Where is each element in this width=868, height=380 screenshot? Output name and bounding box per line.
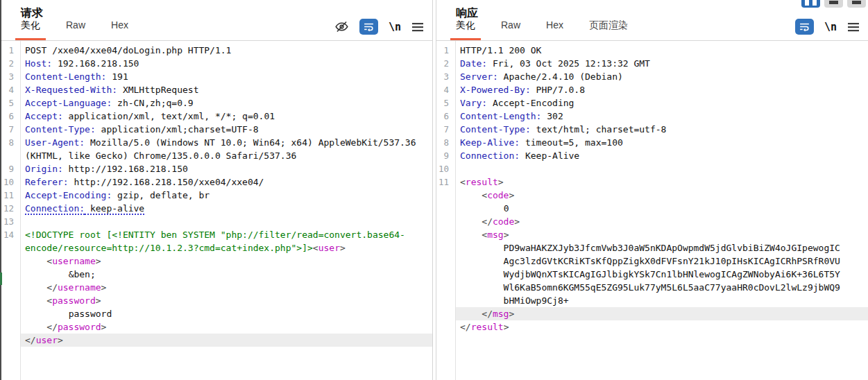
code-line: 0 (436, 202, 868, 215)
tab-render[interactable]: 页面渲染 (584, 19, 633, 40)
line-number: 3 (436, 70, 452, 83)
side-by-side-view-button[interactable] (801, 0, 820, 8)
code-line: 10 (436, 162, 868, 175)
line-number: 9 (1, 162, 17, 175)
line-content: <!DOCTYPE root [<!ENTITY ben SYSTEM "php… (21, 228, 432, 254)
code-line: <msg> (436, 228, 868, 241)
line-content: <password> (21, 294, 432, 307)
single-view-button[interactable] (847, 0, 866, 8)
line-content: Server: Apache/2.4.10 (Debian) (456, 70, 868, 83)
line-number: 9 (436, 149, 452, 162)
repeater-view: 请求 美化 Raw Hex (0, 0, 868, 380)
line-number: 5 (436, 96, 452, 110)
line-content: <msg> (456, 228, 868, 241)
hamburger-menu-icon (411, 21, 424, 33)
line-number: 12 (1, 202, 17, 215)
code-line: </password> (1, 320, 432, 334)
code-line: PD9waHAKZXJyb3JfcmVwb3J0aW5nKDApOwpmdW5j… (436, 241, 868, 307)
code-line: 7Content-Type: application/xml;charset=U… (1, 123, 432, 136)
tab-raw[interactable]: Raw (495, 19, 526, 40)
wrap-lines-icon (363, 21, 375, 33)
code-line: 8Keep-Alive: timeout=5, max=100 (436, 136, 868, 149)
request-header: 请求 美化 Raw Hex (1, 0, 432, 41)
request-menu-button[interactable] (411, 21, 424, 33)
code-line: 1HTTP/1.1 200 OK (436, 44, 868, 57)
line-content: </user> (21, 334, 432, 347)
line-content: <code> (456, 189, 868, 202)
response-toolbar: \n (795, 19, 860, 35)
line-content: </username> (21, 281, 432, 294)
line-content: </password> (21, 320, 432, 334)
response-menu-button[interactable] (847, 21, 860, 33)
line-content: Accept: application/xml, text/xml, */*; … (21, 110, 432, 123)
line-number: 6 (1, 110, 17, 123)
request-tabs: 美化 Raw Hex (15, 19, 148, 40)
line-content: Connection: keep-alive (21, 202, 432, 215)
code-line: 2Date: Fri, 03 Oct 2025 12:13:32 GMT (436, 57, 868, 70)
code-line: 13 (1, 215, 432, 228)
code-line: &ben; (1, 268, 432, 281)
left-edge-marker (0, 273, 2, 285)
gutter-divider (20, 41, 21, 380)
line-content: X-Powered-By: PHP/7.0.8 (456, 83, 868, 96)
line-number: 5 (1, 96, 17, 110)
code-line: 4X-Powered-By: PHP/7.0.8 (436, 83, 868, 96)
response-title: 响应 (456, 6, 478, 21)
code-line: <username> (1, 254, 432, 268)
soft-wrap-button[interactable] (795, 19, 814, 35)
line-content: Accept-Language: zh-CN,zh;q=0.9 (21, 96, 432, 110)
newline-icon: \n (824, 21, 837, 33)
line-content: </result> (456, 320, 868, 334)
newline-icon: \n (389, 21, 401, 33)
window-left-edge (0, 0, 1, 380)
eye-slash-icon (334, 19, 349, 34)
line-content: Content-Type: application/xml;charset=UT… (21, 123, 432, 136)
line-number: 7 (436, 123, 452, 136)
single-pane-icon (852, 1, 861, 4)
response-panel: 响应 美化 Raw Hex 页面渲染 \n (436, 0, 868, 380)
newline-display-button[interactable]: \n (389, 21, 401, 33)
code-line: <password> (1, 294, 432, 307)
line-content (21, 215, 432, 228)
tab-hex[interactable]: Hex (105, 19, 134, 40)
code-line: 2Host: 192.168.218.150 (1, 57, 432, 70)
line-content: Content-Length: 302 (456, 110, 868, 123)
line-number: 13 (1, 215, 17, 228)
stacked-view-button[interactable] (824, 0, 843, 8)
request-toolbar: \n (334, 19, 424, 35)
line-content: Host: 192.168.218.150 (21, 57, 432, 70)
line-number: 2 (436, 57, 452, 70)
tab-raw[interactable]: Raw (60, 19, 91, 40)
code-line: 3Content-Length: 191 (1, 70, 432, 83)
line-number: 6 (436, 110, 452, 123)
line-content: Referer: http://192.168.218.150/xxe04/xx… (21, 175, 432, 189)
code-line: 12Connection: keep-alive (1, 202, 432, 215)
line-content: <result> (456, 175, 868, 189)
code-line: </msg> (436, 307, 868, 320)
newline-display-button[interactable]: \n (824, 21, 837, 33)
line-content: Origin: http://192.168.218.150 (21, 162, 432, 175)
hide-nonprinting-button[interactable] (334, 19, 349, 34)
line-content: PD9waHAKZXJyb3JfcmVwb3J0aW5nKDApOwpmdW5j… (456, 241, 840, 307)
tab-pretty[interactable]: 美化 (15, 19, 46, 40)
request-editor[interactable]: 1POST /xxe04/xxe04/doLogin.php HTTP/1.12… (1, 41, 432, 380)
code-line: 3Server: Apache/2.4.10 (Debian) (436, 70, 868, 83)
code-line: </user> (1, 334, 432, 347)
request-panel: 请求 美化 Raw Hex (1, 0, 433, 380)
code-line: 14<!DOCTYPE root [<!ENTITY ben SYSTEM "p… (1, 228, 432, 254)
line-content: Vary: Accept-Encoding (456, 96, 868, 110)
soft-wrap-button[interactable] (359, 19, 378, 35)
columns-icon (812, 0, 817, 6)
code-line: 6Content-Length: 302 (436, 110, 868, 123)
line-content: </code> (456, 215, 868, 228)
tab-hex[interactable]: Hex (541, 19, 569, 40)
code-line: 7Content-Type: text/html; charset=utf-8 (436, 123, 868, 136)
tab-pretty[interactable]: 美化 (450, 19, 481, 40)
line-number: 8 (436, 136, 452, 149)
rows-icon (829, 1, 838, 4)
code-line: 5Vary: Accept-Encoding (436, 96, 868, 110)
line-content: password (21, 307, 432, 320)
response-tabs: 美化 Raw Hex 页面渲染 (450, 19, 648, 40)
code-line: 11Accept-Encoding: gzip, deflate, br (1, 189, 432, 202)
response-editor[interactable]: 1HTTP/1.1 200 OK2Date: Fri, 03 Oct 2025 … (436, 41, 868, 380)
